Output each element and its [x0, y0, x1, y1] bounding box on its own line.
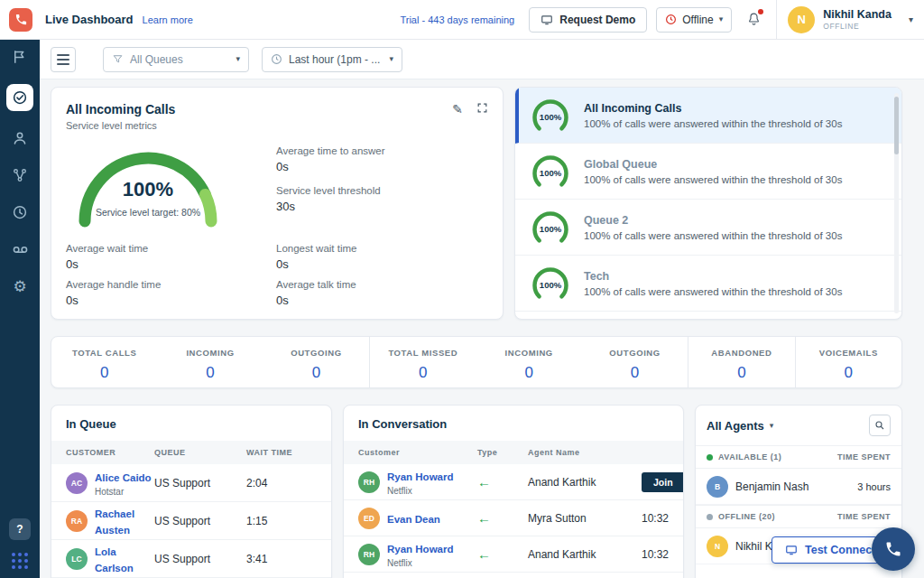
- sidebar-item-contacts-icon[interactable]: [10, 128, 30, 148]
- freshcaller-logo-icon[interactable]: [9, 8, 32, 32]
- scrollbar-thumb[interactable]: [894, 97, 899, 154]
- connection-screen-icon: [785, 544, 798, 556]
- table-row[interactable]: RA Rachael Austen US Support 1:15: [51, 502, 331, 540]
- user-menu[interactable]: N Nikhil Kanda OFFLINE ▾: [777, 0, 924, 39]
- expand-icon[interactable]: [476, 102, 488, 114]
- customize-dashboard-button[interactable]: [51, 47, 76, 72]
- service-level-card: All Incoming Calls Service level metrics…: [51, 87, 504, 320]
- topbar: Live Dashboard Learn more Trial - 443 da…: [0, 0, 924, 40]
- agent-time-spent: 3 hours: [857, 481, 891, 492]
- search-agents-button[interactable]: [869, 415, 891, 436]
- filter-bar: All Queues ▾ Last hour (1pm - ... ▾: [40, 40, 924, 79]
- queue-gauge-row[interactable]: 100% Tech 100% of calls were answered wi…: [515, 256, 901, 312]
- stat-total-calls: TOTAL CALLS0: [51, 337, 157, 387]
- card-title: All Incoming Calls: [66, 102, 175, 117]
- chevron-down-icon: ▾: [389, 55, 393, 63]
- presence-dropdown[interactable]: Offline ▾: [656, 7, 732, 33]
- service-level-gauge: 100% Service level target: 80%: [62, 140, 234, 230]
- request-demo-button[interactable]: Request Demo: [529, 7, 647, 33]
- call-stats-bar: TOTAL CALLS0 INCOMING0 OUTGOING0 TOTAL M…: [51, 336, 902, 388]
- queues-filter-value: All Queues: [130, 53, 183, 66]
- customer-name-link[interactable]: Alice Caido: [95, 472, 152, 483]
- in-queue-card: In Queue CUSTOMER QUEUE WAIT TIME AC Ali…: [51, 405, 332, 578]
- mini-gauge: 100%: [530, 95, 571, 136]
- avatar: N: [788, 6, 815, 33]
- agent-name-cell: Anand Karthik: [528, 476, 642, 489]
- sidebar-item-reports-clock-icon[interactable]: [10, 202, 30, 222]
- in-conversation-card: In Conversation Customer Type Agent Name…: [343, 405, 684, 578]
- agent-row[interactable]: B Benjamin Nash 3 hours: [696, 469, 901, 505]
- join-call-button[interactable]: Join: [642, 472, 684, 492]
- presence-value: Offline: [682, 14, 713, 26]
- metric-avg-talk-time: Average talk time 0s: [276, 279, 356, 307]
- avatar: N: [707, 536, 728, 557]
- customer-name-link[interactable]: Evan Dean: [387, 514, 440, 525]
- available-status-dot: [707, 454, 713, 461]
- card-subtitle: Service level metrics: [66, 120, 157, 131]
- queue-cell: US Support: [154, 515, 246, 527]
- customer-company: Netflix: [387, 486, 454, 496]
- table-row[interactable]: RH Ryan Howard Netflix ←: [344, 573, 683, 578]
- chevron-down-icon: ▾: [909, 15, 913, 24]
- app-switcher-icon[interactable]: [12, 553, 28, 569]
- customer-name-link[interactable]: Rachael Austen: [95, 508, 134, 536]
- avatar: B: [707, 476, 728, 498]
- avatar: ED: [358, 508, 380, 529]
- table-row[interactable]: RH Ryan Howard Netflix ← Anand Karthik 1…: [344, 536, 683, 573]
- stat-outgoing-missed: OUTGOING0: [582, 337, 688, 387]
- queue-name: Tech: [584, 270, 842, 283]
- edit-pencil-icon[interactable]: ✎: [452, 102, 463, 117]
- avatar: LC: [66, 548, 88, 570]
- agent-name-cell: Anand Karthik: [528, 548, 642, 561]
- user-name: Nikhil Kanda: [823, 8, 892, 22]
- learn-more-link[interactable]: Learn more: [143, 14, 193, 25]
- help-button[interactable]: ?: [9, 518, 31, 540]
- sidebar-item-admin-gear-icon[interactable]: ⚙: [10, 276, 30, 296]
- agents-group-available: AVAILABLE (1) TIME SPENT: [696, 445, 901, 469]
- queue-filter-icon: [112, 53, 124, 65]
- table-row[interactable]: RH Ryan Howard Netflix ← Anand Karthik J…: [344, 464, 683, 500]
- incoming-call-arrow-icon: ←: [477, 474, 528, 489]
- wait-time-cell: 2:04: [246, 477, 331, 489]
- sidebar-item-dashboard-flag-icon[interactable]: [10, 47, 30, 67]
- queue-gauge-row[interactable]: 100% Global Queue 100% of calls were ans…: [515, 144, 901, 200]
- table-row[interactable]: AC Alice Caido Hotstar US Support 2:04: [51, 464, 331, 502]
- queue-gauge-row[interactable]: 100% Queue 2 100% of calls were answered…: [515, 200, 901, 256]
- agent-name: Benjamin Nash: [735, 480, 808, 493]
- table-row[interactable]: ED Evan Dean ← Myra Sutton 10:32: [344, 500, 683, 536]
- customer-name-link[interactable]: Ryan Howard: [387, 544, 454, 555]
- card-title: In Queue: [51, 406, 331, 441]
- customer-company: Netflix: [387, 558, 454, 568]
- sidebar-item-call-flow-icon[interactable]: [10, 165, 30, 185]
- customer-name-link[interactable]: Lola Carlson: [95, 546, 134, 573]
- stat-incoming: INCOMING0: [157, 337, 263, 387]
- avatar: RA: [66, 510, 88, 532]
- customer-name-link[interactable]: Ryan Howard: [387, 471, 454, 482]
- sidebar-item-live-dashboard-active[interactable]: [6, 84, 33, 111]
- incoming-call-arrow-icon: ←: [477, 510, 528, 526]
- phone-widget-fab[interactable]: [872, 527, 915, 571]
- mini-gauge: 100%: [530, 263, 571, 304]
- sidebar-item-voicemail-icon[interactable]: [10, 239, 30, 259]
- agents-filter-dropdown[interactable]: All Agents ▾: [707, 419, 773, 433]
- queues-filter-dropdown[interactable]: All Queues ▾: [103, 47, 249, 72]
- notifications-bell-icon[interactable]: [746, 12, 762, 27]
- avatar: AC: [66, 472, 88, 494]
- page-title: Live Dashboard: [45, 13, 134, 26]
- chevron-down-icon: ▾: [236, 55, 240, 63]
- time-range-dropdown[interactable]: Last hour (1pm - ... ▾: [262, 47, 402, 72]
- mini-gauge: 100%: [530, 151, 571, 192]
- chevron-down-icon: ▾: [719, 15, 724, 23]
- stat-voicemails: VOICEMAILS0: [796, 337, 901, 387]
- wait-time-cell: 1:15: [246, 515, 331, 527]
- clock-icon: [271, 53, 282, 65]
- queue-cell: US Support: [154, 477, 246, 489]
- offline-clock-icon: [665, 14, 677, 25]
- table-row[interactable]: LC Lola Carlson US Support 3:41: [51, 540, 331, 578]
- sidebar: ⚙ ?: [0, 40, 40, 578]
- agent-name-cell: Myra Sutton: [528, 512, 642, 525]
- queue-gauge-row[interactable]: 100% All Incoming Calls 100% of calls we…: [515, 88, 901, 144]
- table-header: CUSTOMER QUEUE WAIT TIME: [51, 441, 331, 464]
- metric-longest-wait-time: Longest wait time 0s: [276, 243, 357, 271]
- incoming-call-arrow-icon: ←: [477, 546, 528, 562]
